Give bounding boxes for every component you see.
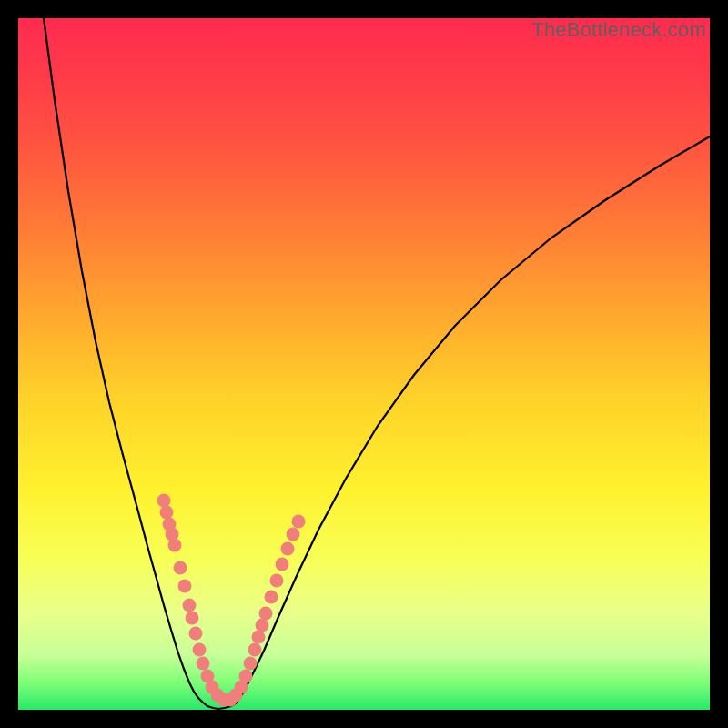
marker-dot xyxy=(244,657,258,671)
marker-dot xyxy=(259,607,273,621)
curve-right-branch xyxy=(237,136,710,703)
marker-dot xyxy=(178,580,192,593)
marker-dot xyxy=(186,612,199,625)
marker-dot xyxy=(248,643,262,657)
marker-dot xyxy=(183,599,197,612)
curve-left-branch xyxy=(44,18,203,703)
marker-dot xyxy=(252,631,266,644)
marker-dot xyxy=(287,528,300,541)
marker-dot xyxy=(270,574,284,588)
marker-dot xyxy=(239,670,253,683)
marker-dot xyxy=(189,627,203,641)
marker-dot xyxy=(168,539,182,552)
marker-dots-group xyxy=(157,494,306,707)
watermark-text: TheBottleneck.com xyxy=(531,18,706,42)
marker-dot xyxy=(174,561,187,575)
marker-dot xyxy=(292,515,306,529)
marker-dot xyxy=(160,506,174,520)
marker-dot xyxy=(157,494,171,508)
bottleneck-curve-svg xyxy=(18,18,710,710)
marker-dot xyxy=(276,558,289,571)
chart-frame: TheBottleneck.com xyxy=(18,18,710,710)
marker-dot xyxy=(256,619,269,632)
marker-dot xyxy=(197,657,210,671)
marker-dot xyxy=(265,591,278,604)
marker-dot xyxy=(281,542,295,556)
marker-dot xyxy=(193,643,207,657)
